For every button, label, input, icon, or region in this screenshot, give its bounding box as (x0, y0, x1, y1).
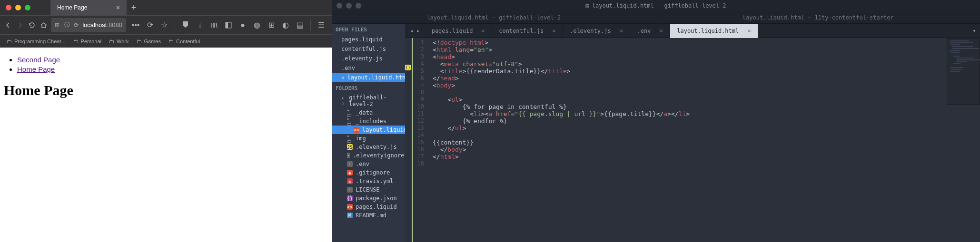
back-button[interactable] (4, 19, 13, 32)
page-link[interactable]: Second Page (17, 56, 60, 64)
star-icon[interactable]: ☆ (158, 19, 171, 32)
close-icon[interactable]: × (116, 4, 120, 11)
file-tab-label: layout.liquid.html (677, 28, 739, 34)
ext-icon-4[interactable]: ◐ (279, 19, 292, 32)
download-icon[interactable]: ↓ (193, 19, 207, 32)
file-tab[interactable]: contentful.js× (492, 24, 563, 38)
file-tab[interactable]: pages.liquid× (425, 24, 493, 38)
tree-file[interactable]: MREADME.md (332, 211, 405, 220)
tree-file[interactable]: <>layout.liquid.html (332, 126, 405, 134)
close-icon[interactable]: × (747, 27, 751, 34)
file-icon: · (347, 153, 350, 158)
window-close-icon[interactable] (6, 5, 11, 10)
info-icon[interactable]: ⓘ (64, 21, 70, 29)
new-tab-button[interactable]: + (127, 0, 141, 15)
ext-icon-5[interactable]: ▤ (293, 19, 307, 32)
url-text: localhost:8080 (82, 21, 122, 29)
browser-window: Home Page × + ⛨ ⓘ ⟳ localhost:8080 (0, 0, 332, 242)
tree-folder[interactable]: ▸ 🗀img (332, 134, 405, 143)
ext-icon-3[interactable]: ⊞ (265, 19, 278, 32)
tree-label: img (356, 135, 366, 142)
file-tab-label: contentful.js (499, 28, 544, 34)
close-icon[interactable]: × (659, 27, 663, 34)
open-file-label: pages.liquid (341, 36, 383, 43)
tree-root[interactable]: ▾ ⌂ giffleball-level-2 (332, 93, 405, 108)
list-item: Home Page (17, 65, 328, 74)
tree-folder[interactable]: ▸ 🗀_includes (332, 117, 405, 126)
tab-prev-icon[interactable]: ◂ (410, 27, 414, 34)
tree-file[interactable]: ≡.travis.yml (332, 177, 405, 185)
tree-file[interactable]: ·.env (332, 160, 405, 168)
tree-folder[interactable]: ▸ 🗀_data (332, 108, 405, 117)
file-icon: ◆ (347, 170, 353, 175)
meatball-menu-icon[interactable]: ••• (129, 19, 142, 32)
home-button[interactable] (39, 19, 48, 32)
code-fold-icon[interactable]: {} (405, 65, 411, 70)
tree-file[interactable]: JS.eleventy.js (332, 143, 405, 151)
sidebar-icon[interactable] (222, 19, 235, 32)
bookmark-label: Programming Cheat... (14, 39, 66, 44)
browser-tab[interactable]: Home Page × (50, 0, 127, 15)
open-file-item[interactable]: contentful.js (332, 44, 405, 54)
titlebar: Home Page × + (0, 0, 332, 15)
close-icon[interactable]: × (481, 27, 485, 34)
close-icon[interactable]: × (552, 27, 556, 34)
tree-label: pages.liquid (356, 203, 397, 210)
open-file-label: .env (341, 65, 355, 71)
tree-file[interactable]: ◆.gitignore (332, 168, 405, 177)
window-minimize-icon[interactable] (15, 5, 21, 10)
code-text[interactable]: <!doctype html><html lang="en"><head> <m… (428, 38, 980, 242)
open-file-item[interactable]: ×layout.liquid.html (332, 73, 405, 82)
window-zoom-icon[interactable] (356, 3, 361, 9)
window-close-icon[interactable] (337, 3, 342, 9)
editor-window: ▤ layout.liquid.html — giffleball-level-… (332, 0, 980, 242)
close-icon[interactable]: × (620, 27, 624, 34)
page-link[interactable]: Home Page (17, 65, 55, 73)
tab-next-icon[interactable]: ▸ (416, 27, 420, 34)
file-tab[interactable]: layout.liquid.html× (670, 24, 758, 38)
bookmark-folder[interactable]: 🗀Work (106, 36, 131, 47)
bookmark-folder[interactable]: 🗀Personal (70, 36, 104, 47)
file-icon: <> (354, 127, 359, 133)
window-minimize-icon[interactable] (346, 3, 352, 9)
code-editor[interactable]: {} 123456789101112131415161718 <!doctype… (405, 38, 980, 242)
minimap[interactable] (947, 38, 980, 105)
bookmark-folder[interactable]: 🗀Games (134, 36, 164, 47)
open-file-item[interactable]: .eleventy.js (332, 54, 405, 63)
tree-file[interactable]: ·LICENSE (332, 185, 405, 194)
folder-open-icon: ▾ ⌂ (341, 98, 346, 104)
open-file-item[interactable]: pages.liquid (332, 35, 405, 44)
hamburger-menu-icon[interactable]: ☰ (315, 19, 328, 32)
window-zoom-icon[interactable] (25, 5, 30, 10)
tree-label: _data (356, 109, 373, 116)
bookmark-folder[interactable]: 🗀Programming Cheat... (4, 36, 69, 47)
project-tab[interactable]: layout.liquid.html — 11ty-contentful-sta… (656, 11, 980, 23)
forward-button[interactable] (16, 19, 25, 32)
file-tab[interactable]: .eleventy.js× (563, 24, 631, 38)
tree-file[interactable]: <>pages.liquid (332, 203, 405, 211)
url-bar[interactable]: ⛨ ⓘ ⟳ localhost:8080 (51, 18, 126, 32)
ext-icon-2[interactable]: ◍ (250, 19, 264, 32)
browser-tab-title: Home Page (57, 4, 112, 11)
editor-window-title: layout.liquid.html — giffleball-level-2 (592, 2, 726, 9)
tree-file[interactable]: {}package.json (332, 194, 405, 203)
refresh-icon[interactable]: ⟳ (143, 19, 157, 32)
file-tab-label: .eleventy.js (570, 28, 611, 34)
reload-button[interactable] (28, 19, 37, 32)
folder-icon: ▸ 🗀 (347, 110, 353, 116)
open-file-label: .eleventy.js (341, 55, 383, 62)
project-tab[interactable]: layout.liquid.html — giffleball-level-2 (332, 11, 656, 23)
editor-sidebar: OPEN FILES pages.liquidcontentful.js.ele… (332, 24, 405, 242)
ublock-icon[interactable]: ⛊ (179, 19, 192, 32)
tree-label: _includes (356, 118, 386, 125)
file-tab[interactable]: .env× (630, 24, 670, 38)
close-icon[interactable]: × (341, 75, 345, 81)
bookmark-folder[interactable]: 🗀Contentful (166, 36, 203, 47)
tab-overflow-icon[interactable]: ▾ (969, 27, 980, 34)
file-icon: <> (347, 204, 353, 210)
bookmarks-bar: 🗀Programming Cheat...🗀Personal🗀Work🗀Game… (0, 34, 332, 48)
ext-icon-1[interactable]: ● (236, 19, 249, 32)
open-file-item[interactable]: .env (332, 63, 405, 73)
tree-file[interactable]: ·.eleventyignore (332, 151, 405, 160)
library-icon[interactable] (208, 19, 221, 32)
